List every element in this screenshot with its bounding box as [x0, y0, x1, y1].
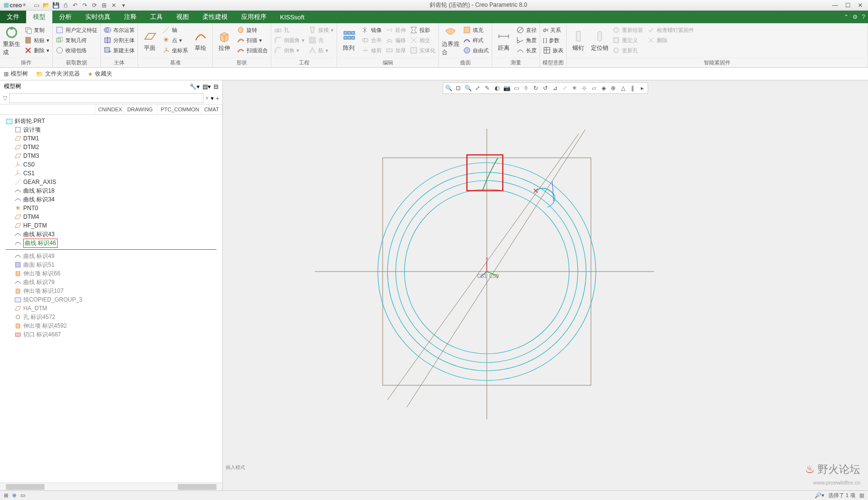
annot-disp-icon[interactable]: ◈ [599, 84, 608, 92]
tree-item[interactable]: 设计项 [0, 125, 222, 134]
mirror-button[interactable]: 镜像 [360, 25, 383, 35]
boolean-button[interactable]: 布尔运算 [103, 25, 136, 35]
updatehole-button[interactable]: 更新孔 [611, 45, 644, 55]
ribbon-collapse-icon[interactable]: ⌃ [844, 14, 849, 20]
reassemble-button[interactable]: 重新组装 [611, 25, 644, 35]
check-button[interactable]: 检查螺钉紧固件 [646, 25, 695, 35]
pause-icon[interactable]: ‖ [628, 84, 637, 92]
spin-icon[interactable]: ↻ [531, 84, 540, 92]
draft-button[interactable]: 拔模▾ [308, 25, 335, 35]
tree-root[interactable]: 斜齿轮.PRT [0, 117, 222, 125]
csys-disp-icon[interactable]: ⊹ [580, 84, 589, 92]
tree-item[interactable]: HF_DTM [0, 221, 222, 230]
merge-button[interactable]: 合并 [360, 35, 383, 45]
sketch-button[interactable]: 草绘 [191, 24, 210, 58]
tree-item-suppressed[interactable]: 伸出项 标识107 [0, 287, 222, 295]
model-tree[interactable]: 斜齿轮.PRT 设计项DTM1DTM2DTM3CS0CS1GEAR_AXIS曲线… [0, 115, 222, 483]
paste-button[interactable]: 粘贴▾ [23, 35, 50, 45]
close-icon[interactable]: ✕ [854, 2, 866, 9]
axis-button[interactable]: 轴 [161, 25, 189, 35]
angle-button[interactable]: 角度 [515, 35, 538, 45]
tab-apps[interactable]: 应用程序 [234, 11, 273, 23]
tree-item[interactable]: 曲线 标识34 [0, 195, 222, 204]
tree-item[interactable]: DTM4 [0, 212, 222, 221]
hole-button[interactable]: 孔 [273, 25, 306, 35]
copygeom-button[interactable]: 复制几何 [55, 35, 98, 45]
zoomout-icon[interactable]: 🔍 [464, 84, 472, 92]
help-icon[interactable]: ? [862, 14, 865, 20]
simp-icon[interactable]: △ [619, 84, 627, 92]
newbody-button[interactable]: +新建主体 [103, 45, 136, 55]
distance-button[interactable]: 距离 [494, 24, 513, 58]
folder-tab[interactable]: 📁文件夹浏览器 [36, 70, 80, 78]
shrinkwrap-button[interactable]: 收缩包络 [55, 45, 98, 55]
pin-button[interactable]: 定位销 [590, 24, 609, 58]
fill-button[interactable]: 填充 [462, 25, 490, 35]
qat-more-icon[interactable]: ▾ [120, 1, 127, 9]
sweep-button[interactable]: 扫描▾ [236, 35, 269, 45]
trim-button[interactable]: 修剪 [360, 45, 383, 55]
viewmgr-icon[interactable]: ▭ [512, 84, 521, 92]
extrude-button[interactable]: 拉伸 [215, 24, 234, 58]
parameters-button[interactable]: [ ]参数 [542, 35, 564, 45]
tree-item[interactable]: ✳PNT0 [0, 204, 222, 212]
plane-disp-icon[interactable]: ▱ [589, 84, 598, 92]
regen-icon[interactable]: ⟳ [91, 1, 98, 9]
intersect-button[interactable]: 相交 [409, 35, 436, 45]
diameter-button[interactable]: 直径 [515, 25, 538, 35]
split-button[interactable]: 分割主体 [103, 35, 136, 45]
maximize-icon[interactable]: ☐ [842, 2, 853, 9]
tree-item-suppressed[interactable]: 曲面 标识51 [0, 260, 222, 269]
tree-item-suppressed[interactable]: 切口 标识4687 [0, 330, 222, 339]
screw-button[interactable]: 螺钉 [569, 24, 588, 58]
point-disp-icon[interactable]: ✳ [570, 84, 579, 92]
chamfer-button[interactable]: 倒角▾ [273, 45, 306, 55]
redo-icon[interactable] [81, 1, 89, 9]
tree-item-suppressed[interactable]: 组COPIED_GROUP_3 [0, 295, 222, 304]
famtable-button[interactable]: 族表 [542, 45, 564, 55]
selfilter-icon[interactable]: ▥ [859, 492, 864, 499]
rib-button[interactable]: 筋▾ [308, 45, 335, 55]
csys-button[interactable]: 坐标系 [161, 45, 189, 55]
tree-item[interactable]: DTM2 [0, 143, 222, 152]
tree-show-icon[interactable]: ⊟ [214, 83, 218, 90]
sweepblend-button[interactable]: 扫描混合 [236, 45, 269, 55]
tree-item-suppressed[interactable]: 曲线 标识49 [0, 252, 222, 260]
tree-settings-icon[interactable]: 🔧▾ [189, 83, 200, 90]
round-button[interactable]: 倒圆角▾ [273, 35, 306, 45]
tab-kisssoft[interactable]: KISSsoft [273, 11, 311, 23]
savedview-icon[interactable]: 📷 [502, 84, 511, 92]
tab-tools[interactable]: 工具 [143, 11, 170, 23]
zoomin-icon[interactable]: 🔍 [444, 84, 453, 92]
offset-button[interactable]: 偏移 [385, 35, 407, 45]
tree-filter-icon[interactable]: ▤▾ [202, 83, 211, 90]
tree-item-suppressed[interactable]: 伸出项 标识66 [0, 269, 222, 278]
revolve-button[interactable]: 旋转 [236, 25, 269, 35]
refit-icon[interactable]: ⤢ [473, 84, 482, 92]
tree-item[interactable]: 曲线 标识43 [0, 230, 222, 239]
tree-item-suppressed[interactable]: 伸出项 标识4592 [0, 321, 222, 330]
modeltree-tab[interactable]: ⊞模型树 [4, 70, 28, 78]
point-button[interactable]: ✳点▾ [161, 35, 189, 45]
close-win-icon[interactable]: ✕ [110, 1, 118, 9]
plane-button[interactable]: 平面 [140, 24, 159, 58]
spin2-icon[interactable]: ↺ [541, 84, 550, 92]
redefine-button[interactable]: 重定义 [611, 35, 644, 45]
regenerate-button[interactable]: 重新生成 [2, 24, 21, 58]
zoomfit-icon[interactable]: ⊡ [454, 84, 463, 92]
repaint-icon[interactable]: ✎ [483, 84, 492, 92]
sb-browser-icon[interactable]: ⊕ [12, 492, 16, 499]
tree-item[interactable]: 曲线 标识18 [0, 186, 222, 195]
extend-button[interactable]: 延伸 [385, 25, 407, 35]
tree-scrollbar[interactable] [0, 483, 222, 490]
tree-item[interactable]: DTM1 [0, 134, 222, 143]
tree-item[interactable]: DTM3 [0, 152, 222, 160]
datum-disp-icon[interactable]: ⊿ [551, 84, 559, 92]
filter-icon[interactable]: ▽ [3, 95, 7, 102]
thicken-button[interactable]: 加厚 [385, 45, 407, 55]
tab-analysis[interactable]: 分析 [52, 11, 78, 23]
minimize-icon[interactable]: — [829, 2, 841, 9]
new-icon[interactable]: ▭ [32, 1, 40, 9]
length-button[interactable]: 长度 [515, 45, 538, 55]
windows-icon[interactable]: ⊞ [100, 1, 108, 9]
